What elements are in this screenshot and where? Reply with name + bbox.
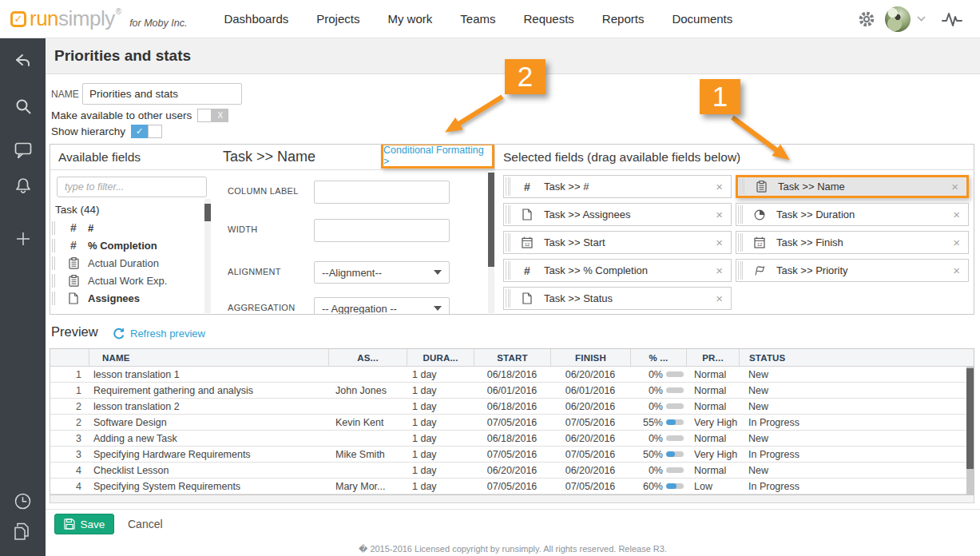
selected-field-chip[interactable]: 12Task >> Finish×	[736, 231, 969, 254]
editor-scrollbar-thumb[interactable]	[488, 173, 494, 267]
sidebar-comment-icon[interactable]	[0, 137, 46, 164]
remove-field-button[interactable]: ×	[716, 180, 723, 193]
sidebar	[0, 38, 46, 556]
table-horizontal-scrollbar[interactable]	[50, 495, 974, 503]
cell-task-name: Specifying Hardware Requirements	[89, 447, 328, 462]
available-field-item[interactable]: Actual Duration	[50, 254, 204, 272]
remove-field-button[interactable]: ×	[953, 208, 960, 221]
table-row[interactable]: 2Software DesignKevin Kent1 day07/05/201…	[50, 415, 966, 431]
hash-icon: #	[521, 181, 534, 193]
save-button[interactable]: Save	[54, 514, 114, 534]
remove-field-button[interactable]: ×	[716, 264, 723, 277]
sidebar-back-icon[interactable]	[0, 47, 46, 74]
available-field-item[interactable]: #% Completion	[50, 236, 204, 254]
width-input[interactable]	[314, 219, 450, 242]
selected-field-chip[interactable]: Task >> Status×	[503, 287, 732, 310]
cancel-button[interactable]: Cancel	[128, 518, 163, 530]
cell-status: New	[739, 463, 966, 478]
chevron-down-icon[interactable]	[917, 16, 926, 22]
selected-field-chip[interactable]: #Task >> % Completion×	[503, 259, 732, 282]
available-field-item[interactable]: Actual Work Exp.	[50, 272, 204, 289]
table-row[interactable]: 1Requirement gathering and analysisJohn …	[50, 383, 966, 399]
table-row[interactable]: 1lesson translation 11 day06/18/201606/2…	[50, 367, 966, 383]
selected-field-chip[interactable]: 12Task >> Start×	[503, 231, 732, 254]
page: ✓ runsimply® for Moby Inc. DashboardsPro…	[0, 0, 980, 556]
column-label-input[interactable]	[314, 181, 450, 204]
remove-field-button[interactable]: ×	[716, 236, 723, 249]
nav-item-teams[interactable]: Teams	[460, 12, 495, 26]
remove-field-button[interactable]: ×	[953, 236, 960, 249]
selected-field-chip[interactable]: Task >> Assignees×	[503, 203, 732, 226]
conditional-formatting-link[interactable]: Conditional Formatting >	[383, 145, 492, 167]
available-field-item[interactable]: Assignees	[50, 289, 204, 307]
cell-priority: Low	[686, 479, 739, 494]
cell-duration: 1 day	[407, 447, 474, 462]
hierarchy-toggle[interactable]: ✓	[131, 125, 162, 138]
share-toggle[interactable]: X	[197, 109, 228, 122]
percent-label: 55%	[643, 417, 663, 428]
nav-item-projects[interactable]: Projects	[316, 12, 359, 26]
available-scrollbar[interactable]	[204, 199, 211, 313]
cell-assignee: Mike Smith	[328, 447, 407, 462]
selected-field-chip[interactable]: Task >> Name×	[736, 175, 969, 198]
report-name-input[interactable]	[82, 83, 242, 105]
column-header-num[interactable]	[50, 349, 89, 366]
available-field-item[interactable]: ##	[50, 219, 204, 236]
progress-bar	[666, 451, 684, 457]
editor-scrollbar[interactable]	[488, 171, 494, 313]
aggregation-select[interactable]: -- Aggregation --	[314, 297, 450, 315]
refresh-icon[interactable]	[113, 328, 125, 344]
page-title: Priorities and stats	[54, 47, 191, 65]
column-header-finish[interactable]: FINISH	[550, 349, 630, 366]
table-scrollbar[interactable]	[966, 367, 974, 494]
available-fields-list: ###% CompletionActual DurationActual Wor…	[50, 219, 204, 314]
column-header-duration[interactable]: DURA...	[407, 349, 474, 366]
nav-item-reports[interactable]: Reports	[602, 12, 645, 26]
nav-item-my-work[interactable]: My work	[387, 12, 432, 26]
drag-handle-icon	[738, 205, 743, 224]
table-scrollbar-thumb[interactable]	[966, 368, 974, 469]
remove-field-button[interactable]: ×	[951, 180, 958, 193]
table-row[interactable]: 3Specifying Hardware RequirementsMike Sm…	[50, 447, 966, 463]
progress-bar	[666, 403, 684, 409]
column-header-pct[interactable]: % ...	[630, 349, 686, 366]
remove-field-button[interactable]: ×	[716, 208, 723, 221]
progress-bar	[666, 387, 684, 393]
remove-field-button[interactable]: ×	[953, 264, 960, 277]
table-row[interactable]: 2lesson translation 21 day06/18/201606/2…	[50, 399, 966, 415]
nav-item-documents[interactable]: Documents	[672, 12, 732, 26]
available-field-label: #	[88, 222, 93, 234]
sidebar-search-icon[interactable]	[0, 93, 46, 120]
selected-field-chip[interactable]: #Task >> #×	[503, 175, 732, 198]
column-header-priority[interactable]: PR...	[686, 349, 739, 366]
nav-item-dashboards[interactable]: Dashboards	[224, 12, 288, 26]
selected-field-label: Task >> Status	[544, 292, 613, 304]
app-logo[interactable]: ✓ runsimply® for Moby Inc.	[0, 6, 187, 31]
sidebar-bell-icon[interactable]	[0, 172, 46, 199]
conditional-formatting-highlight[interactable]: Conditional Formatting >	[381, 144, 494, 169]
column-header-name[interactable]: NAME	[89, 349, 328, 366]
table-row[interactable]: 3Adding a new Task1 day06/18/201606/20/2…	[50, 431, 966, 447]
selected-field-chip[interactable]: Task >> Priority×	[736, 259, 969, 282]
column-header-start[interactable]: START	[474, 349, 550, 366]
progress-bar-fill	[666, 419, 676, 425]
cell-duration: 1 day	[407, 479, 474, 494]
table-row[interactable]: 4Checklist Lesson1 day06/20/201606/20/20…	[50, 463, 966, 479]
activity-pulse-icon[interactable]	[942, 10, 962, 28]
user-avatar[interactable]	[885, 6, 911, 32]
sidebar-copy-icon[interactable]	[0, 518, 46, 545]
refresh-preview-link[interactable]: Refresh preview	[130, 328, 205, 340]
table-row[interactable]: 4Specifying System RequirementsMary Mor.…	[50, 479, 966, 494]
remove-field-button[interactable]: ×	[716, 292, 723, 305]
alignment-select[interactable]: --Alignment--	[314, 261, 450, 284]
filter-input[interactable]	[57, 177, 207, 197]
available-scrollbar-thumb[interactable]	[204, 204, 211, 221]
nav-item-requests[interactable]: Requests	[523, 12, 573, 26]
selected-field-chip[interactable]: Task >> Duration×	[736, 203, 969, 226]
cell-row-number: 4	[50, 463, 89, 478]
sidebar-plus-icon[interactable]	[0, 225, 46, 252]
column-header-status[interactable]: STATUS	[739, 349, 974, 366]
gear-icon[interactable]	[858, 10, 875, 28]
sidebar-history-icon[interactable]	[0, 487, 46, 514]
column-header-assignee[interactable]: AS...	[328, 349, 407, 366]
